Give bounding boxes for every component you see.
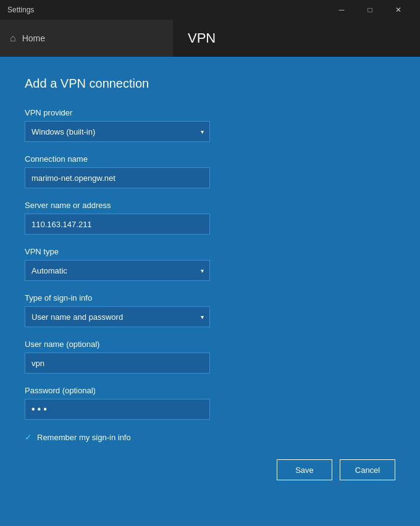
minimize-button[interactable]: ─	[327, 0, 356, 20]
vpn-type-select-wrapper: Automatic ▾	[25, 260, 210, 281]
username-label: User name (optional)	[25, 340, 395, 349]
password-input[interactable]	[25, 399, 210, 420]
home-label[interactable]: Home	[22, 33, 45, 43]
home-icon: ⌂	[10, 33, 16, 44]
maximize-button[interactable]: □	[356, 0, 384, 20]
sign-in-group: Type of sign-in info User name and passw…	[25, 293, 395, 327]
vpn-header-area: VPN	[173, 30, 420, 46]
sidebar: ⌂ Home	[0, 20, 173, 57]
save-button[interactable]: Save	[277, 459, 332, 480]
page-title: VPN	[188, 30, 216, 46]
connection-name-group: Connection name	[25, 154, 395, 188]
sign-in-label: Type of sign-in info	[25, 293, 395, 303]
sign-in-select[interactable]: User name and password	[25, 306, 210, 327]
server-input[interactable]	[25, 214, 210, 235]
username-group: User name (optional)	[25, 340, 395, 374]
remember-row[interactable]: ✓ Remember my sign-in info	[25, 432, 395, 442]
vpn-type-label: VPN type	[25, 247, 395, 256]
connection-name-input[interactable]	[25, 167, 210, 188]
password-label: Password (optional)	[25, 386, 395, 395]
vpn-provider-select-wrapper: Windows (built-in) ▾	[25, 121, 210, 142]
vpn-type-group: VPN type Automatic ▾	[25, 247, 395, 281]
server-group: Server name or address	[25, 201, 395, 235]
app-title: Settings	[7, 6, 34, 14]
form-title: Add a VPN connection	[25, 77, 395, 91]
titlebar: Settings ─ □ ✕	[0, 0, 420, 20]
vpn-provider-select[interactable]: Windows (built-in)	[25, 121, 210, 142]
username-input[interactable]	[25, 353, 210, 374]
vpn-type-select[interactable]: Automatic	[25, 260, 210, 281]
sign-in-select-wrapper: User name and password ▾	[25, 306, 210, 327]
window-controls: ─ □ ✕	[327, 0, 413, 20]
remember-label: Remember my sign-in info	[37, 433, 131, 442]
connection-name-label: Connection name	[25, 154, 395, 164]
nav-area: ⌂ Home VPN	[0, 20, 420, 57]
checkbox-checked-icon: ✓	[25, 432, 32, 442]
button-row: Save Cancel	[25, 459, 395, 480]
cancel-button[interactable]: Cancel	[340, 459, 395, 480]
vpn-provider-group: VPN provider Windows (built-in) ▾	[25, 108, 395, 142]
main-content: Add a VPN connection VPN provider Window…	[0, 57, 420, 526]
password-group: Password (optional)	[25, 386, 395, 420]
vpn-provider-label: VPN provider	[25, 108, 395, 117]
close-button[interactable]: ✕	[384, 0, 413, 20]
server-label: Server name or address	[25, 201, 395, 210]
